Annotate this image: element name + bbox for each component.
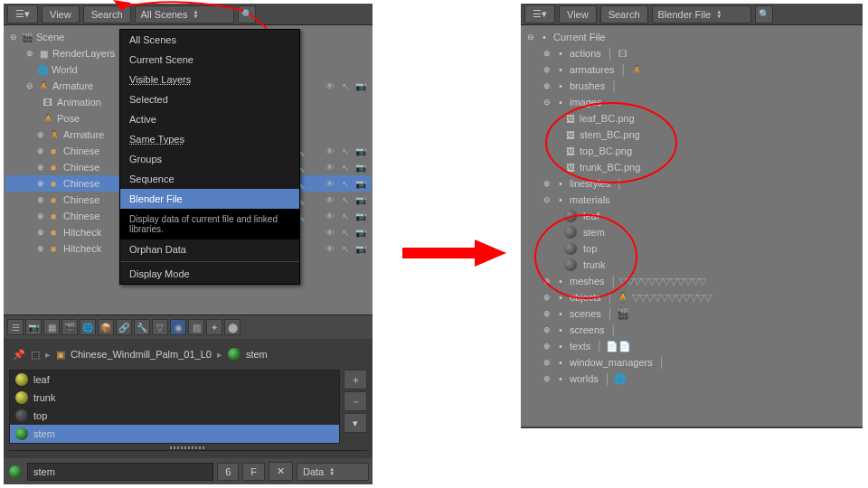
camera-icon[interactable]: 📷 [354, 145, 367, 158]
menu-item-sequence[interactable]: Sequence [120, 169, 299, 189]
eye-icon[interactable]: 👁 [323, 161, 336, 174]
material-slot[interactable]: leaf [10, 371, 339, 389]
prop-tab-object[interactable]: 📦 [98, 319, 114, 335]
eye-icon[interactable]: 👁 [323, 145, 336, 158]
expand-icon[interactable]: ⊕ [36, 244, 45, 253]
expand-icon[interactable]: ⊕ [36, 130, 45, 139]
breadcrumb-material[interactable]: stem [246, 349, 268, 360]
prop-tab-world[interactable]: 🌐 [80, 319, 96, 335]
menu-item-display-mode[interactable]: Display Mode [120, 264, 299, 284]
prop-tab-physics[interactable]: ⬤ [224, 319, 241, 335]
eye-icon[interactable]: 👁 [323, 80, 336, 93]
outliner-item[interactable]: Chinese [63, 194, 99, 205]
tree-category[interactable]: armatures [570, 64, 615, 75]
prop-tab-data[interactable]: ▽ [152, 319, 168, 335]
collapse-icon[interactable]: ⊖ [526, 33, 535, 42]
prop-tab-modifiers[interactable]: 🔧 [134, 319, 150, 335]
prop-tab-layers[interactable]: ▦ [43, 319, 60, 335]
search-icon[interactable]: 🔍 [755, 5, 773, 23]
cursor-icon[interactable]: ↖ [338, 161, 352, 174]
tree-item[interactable]: trunk_BC.png [580, 162, 640, 173]
tree-category[interactable]: actions [570, 48, 601, 59]
user-count[interactable]: 6 [217, 463, 239, 481]
view-menu[interactable]: View [559, 5, 597, 23]
tree-item[interactable]: stem [583, 227, 605, 238]
tree-category[interactable]: linestyles [570, 178, 610, 189]
expand-icon[interactable]: ⊕ [542, 358, 552, 367]
eye-icon[interactable]: 👁 [323, 242, 336, 256]
eye-icon[interactable]: 👁 [323, 210, 336, 223]
camera-icon[interactable]: 📷 [354, 80, 367, 93]
tree-item[interactable]: top_BC.png [580, 145, 632, 156]
expand-icon[interactable]: ⊕ [542, 65, 552, 74]
expand-icon[interactable]: ⊕ [542, 179, 552, 188]
menu-item-same-types[interactable]: Same Types [120, 129, 299, 149]
list-resize-handle[interactable] [9, 446, 367, 451]
menu-item-current-scene[interactable]: Current Scene [120, 50, 299, 70]
tree-category[interactable]: screens [570, 324, 605, 335]
menu-item-orphan-data[interactable]: Orphan Data [120, 239, 299, 259]
tree-item[interactable]: trunk [583, 259, 605, 270]
collapse-icon[interactable]: ⊖ [9, 33, 18, 42]
material-slot[interactable]: top [10, 407, 339, 425]
menu-item-visible-layers[interactable]: Visible Layers [120, 70, 299, 89]
tree-category[interactable]: meshes [570, 276, 605, 286]
camera-icon[interactable]: 📷 [354, 161, 367, 174]
prop-tab-texture[interactable]: ▨ [188, 319, 204, 335]
search-menu[interactable]: Search [600, 5, 648, 23]
tree-category[interactable]: scenes [570, 308, 601, 319]
display-mode-dropdown[interactable]: Blender File▲▼ [652, 5, 751, 23]
material-browse-icon[interactable] [9, 465, 22, 478]
menu-item-groups[interactable]: Groups [120, 149, 299, 169]
tree-category[interactable]: window_managers [570, 357, 653, 368]
remove-material-button[interactable]: － [344, 391, 367, 411]
prop-tab-render[interactable]: 📷 [25, 319, 42, 335]
tree-category-materials[interactable]: materials [570, 194, 610, 205]
outliner-item[interactable]: Scene [36, 32, 64, 42]
tree-category[interactable]: objects [570, 292, 601, 303]
camera-icon[interactable]: 📷 [354, 242, 367, 256]
editor-type-button[interactable]: ☰▾ [7, 5, 38, 23]
fake-user-button[interactable]: F [242, 463, 265, 481]
expand-icon[interactable]: ⊕ [25, 49, 34, 58]
cursor-icon[interactable]: ↖ [338, 145, 352, 158]
cursor-icon[interactable]: ↖ [338, 210, 352, 223]
prop-tab-material[interactable]: ◉ [170, 319, 186, 335]
collapse-icon[interactable]: ⊖ [542, 195, 552, 204]
cursor-icon[interactable]: ↖ [338, 226, 352, 239]
add-material-button[interactable]: ＋ [344, 370, 367, 389]
expand-icon[interactable]: ⊕ [542, 293, 552, 302]
pin-icon[interactable]: 📌 [13, 349, 25, 361]
camera-icon[interactable]: 📷 [354, 210, 367, 223]
expand-icon[interactable]: ⊕ [36, 146, 45, 155]
camera-icon[interactable]: 📷 [354, 177, 367, 191]
outliner-item[interactable]: RenderLayers [52, 48, 115, 59]
expand-icon[interactable]: ⊕ [36, 179, 45, 188]
outliner-item[interactable]: Chinese [63, 162, 99, 173]
tree-category[interactable]: worlds [570, 373, 599, 384]
tree-item[interactable]: stem_BC.png [580, 129, 640, 140]
cursor-icon[interactable]: ↖ [338, 242, 352, 256]
tree-root[interactable]: Current File [553, 32, 605, 42]
collapse-icon[interactable]: ⊖ [542, 98, 552, 107]
outliner-item[interactable]: Chinese [63, 211, 99, 221]
expand-icon[interactable]: ⊕ [36, 195, 45, 204]
expand-icon[interactable]: ⊕ [36, 228, 45, 237]
menu-item-active[interactable]: Active [120, 109, 299, 129]
tree-category[interactable]: texts [570, 341, 590, 352]
expand-icon[interactable]: ⊕ [542, 325, 552, 334]
expand-icon[interactable]: ⊕ [36, 211, 45, 221]
expand-icon[interactable]: ⊕ [542, 277, 552, 286]
camera-icon[interactable]: 📷 [354, 193, 367, 207]
cursor-icon[interactable]: ↖ [338, 177, 352, 191]
cursor-icon[interactable]: ↖ [338, 193, 352, 207]
breadcrumb-object[interactable]: Chinese_Windmill_Palm_01_L0 [71, 349, 212, 360]
tree-category[interactable]: brushes [570, 80, 605, 91]
material-name-field[interactable]: stem [27, 463, 213, 481]
eye-icon[interactable]: 👁 [323, 193, 336, 207]
outliner-item[interactable]: Hitcheck [63, 243, 101, 254]
expand-icon[interactable]: ⊕ [36, 163, 45, 172]
editor-type-button[interactable]: ☰▾ [524, 5, 555, 23]
prop-tab-scene[interactable]: 🎬 [61, 319, 78, 335]
outliner-item[interactable]: Animation [57, 97, 101, 108]
